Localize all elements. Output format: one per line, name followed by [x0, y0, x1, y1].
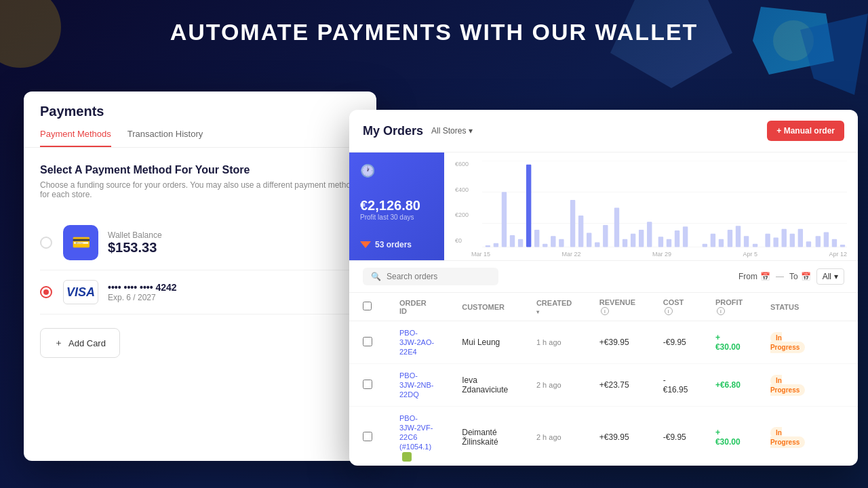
wallet-label: Wallet Balance [108, 230, 162, 240]
orders-header-left: My Orders All Stores ▾ [363, 124, 473, 138]
svg-rect-40 [806, 241, 811, 247]
status-badge: In Progress [770, 427, 805, 448]
card-method-row[interactable]: VISA •••• •••• •••• 4242 Exp. 6 / 2027 [40, 270, 360, 314]
revenue-value: +€39.95 [599, 338, 629, 347]
select-all-checkbox[interactable] [363, 302, 372, 310]
card-info: •••• •••• •••• 4242 Exp. 6 / 2027 [108, 282, 177, 302]
manual-order-button[interactable]: + Manual order [767, 121, 844, 141]
orders-header: My Orders All Stores ▾ + Manual order [349, 110, 858, 152]
svg-rect-16 [587, 233, 591, 247]
chevron-down-icon: ▾ [834, 272, 838, 281]
search-box[interactable]: 🔍 [363, 268, 498, 285]
order-id-link[interactable]: PBO-3JW-2VF-22C6 (#1054.1) [399, 414, 433, 451]
table-row: PBO-3JW-2NB-22DQ Ieva Zdanaviciute 2 h a… [349, 364, 858, 407]
y-label-400: €400 [455, 186, 469, 193]
wallet-method-row[interactable]: 💳 Wallet Balance $153.33 [40, 216, 360, 270]
add-card-button[interactable]: ＋ Add Card [40, 328, 120, 358]
svg-rect-12 [551, 236, 555, 247]
created-time: 1 h ago [536, 338, 561, 346]
order-id-link[interactable]: PBO-3JW-2NB-22DQ [399, 371, 434, 399]
customer-name: Mui Leung [462, 338, 500, 347]
revenue-value: +€23.75 [599, 380, 629, 390]
orders-table-wrapper: ORDER ID CUSTOMER CREATED ▾ REVENUE i CO… [349, 293, 858, 466]
svg-rect-21 [631, 234, 635, 247]
svg-rect-42 [824, 232, 829, 247]
svg-rect-18 [603, 225, 608, 247]
svg-rect-23 [647, 222, 652, 247]
status-badge: In Progress [770, 332, 805, 353]
svg-rect-13 [559, 239, 564, 247]
tab-transaction-history[interactable]: Transaction History [127, 129, 203, 147]
to-filter[interactable]: To 📅 [789, 272, 811, 281]
payments-title: Payments [40, 104, 360, 119]
created-time: 2 h ago [536, 381, 561, 389]
wallet-info: Wallet Balance $153.33 [108, 230, 162, 256]
col-customer: CUSTOMER [448, 293, 523, 321]
order-id-link[interactable]: PBO-3JW-2AO-22E4 [399, 329, 434, 356]
svg-rect-43 [832, 239, 837, 247]
row-checkbox[interactable] [363, 337, 372, 346]
row-checkbox[interactable] [363, 380, 372, 389]
wallet-radio[interactable] [40, 237, 52, 249]
svg-rect-34 [753, 244, 757, 247]
chart-svg [482, 161, 847, 255]
profit-value: +€6.80 [715, 380, 741, 390]
wallet-value: $153.33 [108, 240, 162, 256]
svg-rect-35 [765, 234, 770, 247]
stats-orders-count: 53 orders [375, 240, 412, 249]
chart-area: €600 €400 €200 €0 [444, 152, 858, 260]
svg-rect-39 [798, 229, 803, 247]
svg-rect-8 [518, 239, 523, 247]
col-order-id: ORDER ID [386, 293, 448, 321]
payment-section-title: Select A Payment Method For Your Store [40, 164, 360, 176]
stats-amount: €2,126.80 [360, 198, 433, 214]
svg-rect-44 [840, 245, 845, 247]
card-number: •••• •••• •••• 4242 [108, 282, 177, 293]
add-card-plus-icon: ＋ [54, 337, 63, 349]
chart-y-labels: €600 €400 €200 €0 [455, 161, 469, 244]
search-input[interactable] [387, 272, 490, 281]
table-toolbar: 🔍 From 📅 — To 📅 All ▾ [349, 261, 858, 293]
svg-rect-28 [703, 244, 707, 247]
svg-rect-17 [595, 242, 599, 247]
customer-name: Ieva Zdanaviciute [462, 375, 508, 394]
col-status: STATUS [757, 293, 821, 321]
created-time: 2 h ago [536, 433, 561, 441]
visa-icon-box: VISA [63, 280, 98, 304]
status-filter-label: All [823, 272, 831, 281]
svg-rect-27 [683, 226, 688, 247]
svg-rect-5 [494, 243, 498, 247]
filter-separator: — [776, 272, 784, 281]
tab-payment-methods[interactable]: Payment Methods [40, 129, 111, 147]
x-label-apr5: Apr 5 [743, 251, 757, 258]
y-label-0: €0 [455, 237, 469, 244]
row-checkbox[interactable] [363, 432, 372, 441]
y-label-200: €200 [455, 211, 469, 218]
svg-rect-24 [658, 237, 663, 247]
search-icon: 🔍 [371, 272, 381, 281]
payments-header: Payments Payment Methods Transaction His… [24, 92, 376, 148]
card-radio[interactable] [40, 286, 52, 298]
svg-rect-19 [614, 208, 619, 247]
from-label: From [738, 272, 757, 281]
svg-rect-15 [578, 216, 583, 247]
svg-rect-30 [719, 239, 724, 247]
status-filter[interactable]: All ▾ [816, 268, 844, 285]
svg-rect-6 [502, 192, 507, 247]
calendar-to-icon: 📅 [801, 272, 811, 281]
svg-rect-7 [510, 235, 515, 247]
cost-value: -€16.95 [663, 375, 688, 394]
svg-rect-10 [534, 230, 539, 247]
wallet-icon: 💳 [72, 234, 90, 251]
x-label-mar29: Mar 29 [652, 251, 671, 258]
col-cost: COST i [650, 293, 702, 321]
svg-rect-37 [782, 229, 787, 247]
date-filters: From 📅 — To 📅 All ▾ [738, 268, 844, 285]
chart-section: 🕐 €2,126.80 Profit last 30 days 53 order… [349, 152, 858, 261]
wallet-icon-box: 💳 [63, 225, 98, 260]
store-selector[interactable]: All Stores ▾ [431, 126, 473, 136]
x-label-mar15: Mar 15 [471, 251, 490, 258]
svg-rect-9 [526, 165, 531, 247]
revenue-value: +€39.95 [599, 432, 629, 442]
from-filter[interactable]: From 📅 [738, 272, 770, 281]
